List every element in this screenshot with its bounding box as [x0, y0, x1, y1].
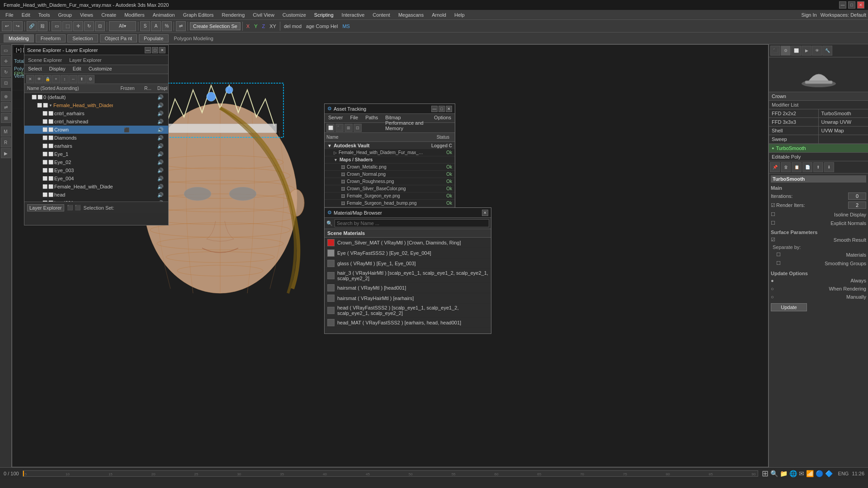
se-row-eye004[interactable]: ⬜ ⬜ Eye_004 🔊: [24, 174, 168, 183]
mb-item-eye[interactable]: Eye ( VRayFastSSS2 ) [Eye_02, Eye_004]: [325, 248, 491, 258]
update-button[interactable]: Update: [771, 303, 807, 311]
always-radio[interactable]: ●: [771, 278, 774, 283]
mod-tool-utilities[interactable]: 🔧: [822, 46, 832, 56]
smoothing-groups-checkbox[interactable]: ☐: [776, 260, 781, 266]
at-menu-file[interactable]: File: [346, 114, 362, 122]
se-row-diamonds[interactable]: ⬜ ⬜ Diamonds 🔊: [24, 134, 168, 142]
at-female-head-bump[interactable]: 🖼 Female_Surgeon_head_bump.png Ok: [325, 200, 455, 207]
create-selection-button[interactable]: Create Selection Se: [190, 22, 241, 30]
smooth-result-checkbox[interactable]: ☑: [771, 237, 775, 243]
se-row-earhairs[interactable]: ⬜ ⬜ earhairs 🔊: [24, 142, 168, 150]
menu-views[interactable]: Views: [76, 11, 97, 19]
mod-tool-create[interactable]: ⬛: [770, 46, 780, 56]
menu-edit[interactable]: Edit: [18, 11, 34, 19]
mod-trash[interactable]: 🗑: [781, 162, 791, 172]
select-region-button[interactable]: ⬚: [62, 21, 72, 31]
se-row-cntrl-earhairs[interactable]: ⬜ ⬜ cntrl_earhairs 🔊: [24, 109, 168, 117]
rotate-tool[interactable]: ↻: [1, 67, 11, 77]
mod-pin[interactable]: 📌: [770, 162, 780, 172]
at-maps-shaders-group[interactable]: ▼ Maps / Shaders: [325, 156, 455, 164]
at-crown-silver[interactable]: 🖼 Crown_Silver_BaseColor.png Ok: [325, 185, 455, 192]
when-rendering-row[interactable]: ○ When Rendering: [771, 285, 866, 292]
se-menu-customize[interactable]: Customize: [85, 65, 116, 74]
files-taskbar[interactable]: 📁: [780, 470, 788, 477]
search-taskbar[interactable]: 🔍: [770, 470, 778, 477]
iterations-input[interactable]: [848, 192, 866, 200]
material-editor[interactable]: M: [1, 127, 11, 136]
se-menu-select[interactable]: Select: [24, 65, 46, 74]
se-tb-btn-8[interactable]: ⚙: [86, 75, 94, 83]
snap-toggle[interactable]: S: [140, 21, 150, 31]
mod-unwrap-uvw[interactable]: Unwrap UVW: [819, 118, 868, 127]
tab-modeling[interactable]: Modeling: [4, 34, 34, 42]
browser-taskbar[interactable]: 🌐: [789, 470, 797, 477]
at-tb-2[interactable]: ⬛: [335, 124, 344, 132]
materials-checkbox[interactable]: ☐: [776, 252, 781, 258]
mod-sweep[interactable]: Sweep: [769, 135, 819, 144]
render-iters-input[interactable]: [848, 202, 866, 209]
se-row-cntrl-hairshead[interactable]: ⬜ ⬜ cntrl_hairshead 🔊: [24, 117, 168, 126]
isoline-checkbox[interactable]: ☐: [771, 211, 775, 217]
mod-paste[interactable]: 📄: [802, 162, 812, 172]
3ds-taskbar-2[interactable]: 🔷: [825, 470, 833, 477]
mb-item-glass[interactable]: glass ( VRayMtl ) [Eye_1, Eye_003]: [325, 258, 491, 269]
menu-graph-editors[interactable]: Graph Editors: [179, 11, 217, 19]
menu-megascans[interactable]: Megascans: [395, 11, 427, 19]
mod-down[interactable]: ⬇: [824, 162, 834, 172]
se-tb-btn-1[interactable]: ✕: [26, 75, 34, 83]
redo-button[interactable]: ↪: [13, 21, 23, 31]
isoline-row[interactable]: ☐ Isoline Display: [771, 211, 866, 218]
snap-tool[interactable]: ⊕: [1, 91, 11, 101]
percent-snap[interactable]: %: [162, 21, 172, 31]
se-minimize[interactable]: —: [145, 47, 151, 53]
menu-create[interactable]: Create: [98, 11, 120, 19]
at-menu-server[interactable]: Server: [325, 114, 346, 122]
mod-up[interactable]: ⬆: [813, 162, 823, 172]
render-setup[interactable]: R: [1, 137, 11, 147]
se-tb-btn-4[interactable]: +: [52, 75, 60, 83]
se-row-default[interactable]: ⬜ ⬜ 0 (default) 🔊: [24, 93, 168, 101]
manually-row[interactable]: ○ Manually: [771, 293, 866, 300]
se-menu-display[interactable]: Display: [46, 65, 69, 74]
at-crown-metallic[interactable]: 🖼 Crown_Metallic.png Ok: [325, 164, 455, 171]
menu-scripting[interactable]: Scripting: [311, 11, 337, 19]
menu-interactive[interactable]: Interactive: [338, 11, 368, 19]
select-tool[interactable]: ▭: [1, 45, 11, 55]
signin-button[interactable]: Sign In: [801, 12, 816, 18]
se-row-eye1[interactable]: ⬜ ⬜ Eye_1 🔊: [24, 150, 168, 158]
quick-render[interactable]: ▶: [1, 148, 11, 158]
mail-taskbar[interactable]: ✉: [799, 470, 804, 477]
manually-radio[interactable]: ○: [771, 294, 774, 300]
mb-item-hair3[interactable]: hair_3 ( VRayHairMtl ) [scalp_eye1_1, sc…: [325, 269, 491, 283]
rotate-button[interactable]: ↻: [84, 21, 94, 31]
mod-copy[interactable]: 📋: [792, 162, 802, 172]
menu-modifiers[interactable]: Modifiers: [121, 11, 148, 19]
se-row-head[interactable]: ⬜ ⬜ head 🔊: [24, 191, 168, 199]
se-maximize[interactable]: □: [152, 47, 158, 53]
editable-poly-row[interactable]: Editable Poly: [769, 153, 868, 161]
reference-coord-dropdown[interactable]: All▾: [109, 21, 136, 31]
menu-animation[interactable]: Animation: [149, 11, 179, 19]
se-menu-edit[interactable]: Edit: [69, 65, 85, 74]
se-layer-dropdown[interactable]: Layer Explorer: [27, 204, 64, 211]
mb-item-crown-silver[interactable]: Crown_Silver_MAT ( VRayMtl ) [Crown, Dia…: [325, 238, 491, 248]
mb-close[interactable]: ✕: [482, 210, 488, 216]
menu-civil-view[interactable]: Civil View: [249, 11, 278, 19]
menu-arnold[interactable]: Arnold: [428, 11, 450, 19]
explicit-normals-checkbox[interactable]: ☐: [771, 220, 775, 226]
link-button[interactable]: 🔗: [27, 21, 37, 31]
at-vault-group[interactable]: ▼ Autodesk Vault Logged C: [325, 142, 455, 149]
se-tb-btn-7[interactable]: ⬆: [78, 75, 86, 83]
mod-tool-display[interactable]: 👁: [812, 46, 822, 56]
mb-item-head-mat[interactable]: head_MAT ( VRayFastSSS2 ) [earhairs, hea…: [325, 318, 491, 328]
mod-ffd3x3[interactable]: FFD 3x3x3: [769, 118, 819, 127]
undo-button[interactable]: ↩: [2, 21, 12, 31]
active-modifier-row[interactable]: ● TurboSmooth: [769, 144, 868, 153]
se-tb-btn-2[interactable]: 👁: [35, 75, 43, 83]
menu-rendering[interactable]: Rendering: [218, 11, 249, 19]
at-crown-roughness[interactable]: 🖼 Crown_Roughness.png Ok: [325, 178, 455, 185]
se-row-crown[interactable]: ⬜ ⬜ Crown ⬛ 🔊: [24, 126, 168, 134]
angle-snap[interactable]: A: [151, 21, 161, 31]
close-button[interactable]: ✕: [857, 1, 864, 9]
mb-item-hairsmat1[interactable]: hairsmat ( VRayMtl ) [head001]: [325, 283, 491, 293]
